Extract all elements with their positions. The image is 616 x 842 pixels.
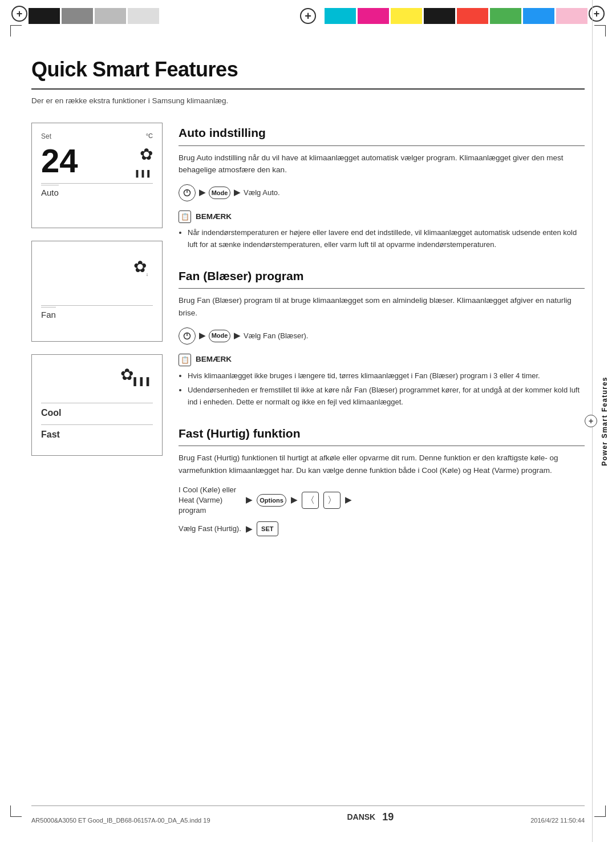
device-mode-cool: Cool [41,408,62,418]
device-display-cool: ✿▌▌▌ Cool Fast [31,354,163,456]
crop-magenta [358,8,389,24]
device-mode-auto: Auto [41,185,59,197]
arrow1-s1: ▶ [199,187,205,199]
device-header-auto: Set °C [41,131,153,141]
section1-note-list: Når indendørstemperaturen er højere elle… [179,226,585,251]
section1-text: Brug Auto indstilling når du vil have at… [179,152,585,176]
mode-button-s2[interactable]: Mode [209,330,230,342]
step-label-s1: Vælg Auto. [244,187,280,199]
section2-steps: ▶ Mode ▶ Vælg Fan (Blæser). [179,327,585,345]
section-fan: Fan (Blæser) program Brug Fan (Blæser) p… [179,267,585,408]
crop-pink [556,8,587,24]
arrow2-s2: ▶ [234,330,240,342]
section2-note-header: 📋 BEMÆRK [179,354,585,366]
device-temp-value: 24 [41,144,78,177]
section1-note-title: BEMÆRK [196,211,232,222]
language-label: DANSK [347,811,375,823]
device-temp-deg: °C [146,131,153,141]
page-title: Quick Smart Features [31,54,585,85]
crop-blue [523,8,554,24]
section2-note-item-1: Hvis klimaanlægget ikke bruges i længere… [188,370,585,382]
section2-title: Fan (Blæser) program [179,267,585,285]
register-mark-center [300,8,316,24]
step1-label: I Cool (Køle) eller Heat (Varme) program [179,485,241,516]
left-column: Set °C 24 ✿ ▌▌▌ Auto [31,123,163,541]
sidebar-label: Power Smart Features [599,377,610,466]
corner-mark-tl [10,25,22,37]
section2-note-item-2: Udendørsenheden er fremstillet til ikke … [188,384,585,408]
register-mark-sidebar: + [585,415,597,427]
section3-step1-row: I Cool (Køle) eller Heat (Varme) program… [179,485,585,516]
device-display-fan: ✿ᵢ Fan [31,241,163,342]
note-icon-s1: 📋 [179,211,191,223]
device-temperature: 24 [41,144,78,177]
device-icons-auto: ✿ ▌▌▌ [136,143,153,179]
arrow2-s3: ▶ [291,494,297,506]
arrow3-s3: ▶ [345,494,351,506]
arrow1-s3: ▶ [246,494,252,506]
footer-right-text: 2016/4/22 11:50:44 [530,816,585,825]
page-subtitle: Der er en række ekstra funktioner i Sams… [31,95,585,107]
bars-symbol-auto: ▌▌▌ [136,169,153,179]
device-set-label: Set [41,131,51,141]
main-content: Quick Smart Features Der er en række eks… [31,37,585,805]
section2-note-title: BEMÆRK [196,354,232,365]
footer-left-text: AR5000&A3050 ET Good_IB_DB68-06157A-00_D… [31,816,210,825]
section-auto: Auto indstilling Brug Auto indstilling n… [179,124,585,251]
step2-label: Vælg Fast (Hurtig). [179,523,241,535]
arrow2-s1: ▶ [234,187,240,199]
section2-note-list: Hvis klimaanlægget ikke bruges i længere… [179,370,585,408]
content-columns: Set °C 24 ✿ ▌▌▌ Auto [31,123,585,541]
section1-note-item-1: Når indendørstemperaturen er højere elle… [188,226,585,251]
left-arrow-button[interactable]: 〈 [302,492,319,509]
register-mark-left: + [11,6,27,22]
section2-rule [179,288,585,289]
section2-text: Brug Fan (Blæser) program til at bruge k… [179,294,585,319]
crop-black2 [424,8,455,24]
power-icon-s2 [183,332,191,340]
section1-note: 📋 BEMÆRK Når indendørstemperaturen er hø… [179,211,585,251]
device-display-auto: Set °C 24 ✿ ▌▌▌ Auto [31,123,163,228]
section-fast: Fast (Hurtig) funktion Brug Fast (Hurtig… [179,424,585,536]
device-deg-symbol: °C [146,132,153,139]
section1-steps: ▶ Mode ▶ Vælg Auto. [179,184,585,201]
page-sidebar: Power Smart Features + [592,0,616,842]
section3-title: Fast (Hurtig) funktion [179,424,585,443]
crop-gray1 [62,8,93,24]
arrow1-s2: ▶ [199,330,205,342]
device-fan-icon-area: ✿ᵢ [41,255,153,279]
fan-symbol-auto: ✿ [140,143,153,167]
right-column: Auto indstilling Brug Auto indstilling n… [179,123,585,541]
mode-button-s1[interactable]: Mode [209,187,230,199]
crop-red [457,8,488,24]
page-number: 19 [382,809,394,825]
crop-cyan [325,8,356,24]
step-label-s2: Vælg Fan (Blæser). [244,330,308,342]
arrow4-s3: ▶ [246,523,252,535]
title-rule [31,88,585,90]
note-icon-s2: 📋 [179,354,191,366]
page-footer: AR5000&A3050 ET Good_IB_DB68-06157A-00_D… [31,805,585,825]
corner-mark-bl [10,805,22,817]
device-mode-fan: Fan [41,307,56,319]
section1-title: Auto indstilling [179,124,585,142]
options-button[interactable]: Options [257,494,286,507]
section2-note: 📋 BEMÆRK Hvis klimaanlægget ikke bruges … [179,354,585,408]
footer-page-info: DANSK 19 [347,809,394,825]
set-button[interactable]: SET [257,521,278,536]
fan-symbol-cool: ✿▌▌▌ [120,363,153,387]
crop-black [29,8,60,24]
section1-rule [179,145,585,146]
section3-rule [179,446,585,446]
device-mode-fast: Fast [41,430,60,439]
fan-symbol-fan: ✿ᵢ [133,255,148,279]
power-button-s1[interactable] [179,184,196,201]
right-arrow-button[interactable]: 〉 [323,492,341,509]
crop-gray2 [95,8,126,24]
crop-yellow [391,8,422,24]
section3-text: Brug Fast (Hurtig) funktionen til hurtig… [179,452,585,476]
crop-gray3 [128,8,159,24]
power-button-s2[interactable] [179,327,196,345]
crop-marks-top: + + [0,0,616,34]
crop-green [490,8,521,24]
